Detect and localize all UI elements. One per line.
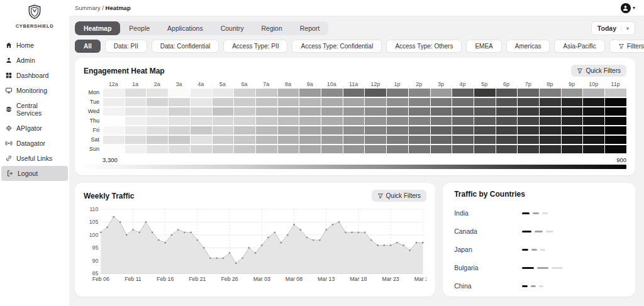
sidebar-item-logout[interactable]: Logout: [1, 166, 68, 181]
heatmap-cell[interactable]: [518, 136, 539, 144]
heatmap-cell[interactable]: [605, 117, 626, 125]
heatmap-cell[interactable]: [191, 126, 212, 134]
heatmap-cell[interactable]: [256, 107, 277, 116]
heatmap-cell[interactable]: [540, 89, 561, 97]
heatmap-cell[interactable]: [562, 136, 583, 144]
heatmap-cell[interactable]: [562, 117, 583, 125]
heatmap-cell[interactable]: [299, 117, 321, 125]
heatmap-cell[interactable]: [103, 117, 125, 125]
heatmap-cell[interactable]: [103, 145, 125, 153]
heatmap-cell[interactable]: [540, 98, 561, 106]
heatmap-cell[interactable]: [169, 107, 190, 116]
heatmap-cell[interactable]: [125, 117, 147, 125]
sidebar-item-datagator[interactable]: Datagator: [0, 136, 69, 151]
heatmap-cell[interactable]: [605, 126, 626, 134]
heatmap-cell[interactable]: [452, 145, 474, 153]
heatmap-cell[interactable]: [103, 126, 125, 134]
heatmap-cell[interactable]: [256, 126, 277, 134]
heatmap-cell[interactable]: [583, 89, 604, 97]
heatmap-cell[interactable]: [365, 136, 386, 144]
heatmap-cell[interactable]: [518, 126, 539, 134]
heatmap-cell[interactable]: [169, 126, 190, 134]
heatmap-cell[interactable]: [147, 136, 168, 144]
heatmap-cell[interactable]: [256, 89, 277, 97]
filter-chip-access-type-pii[interactable]: Access Type: PII: [223, 40, 287, 53]
heatmap-cell[interactable]: [583, 126, 604, 134]
heatmap-cell[interactable]: [387, 145, 408, 153]
heatmap-cell[interactable]: [125, 89, 147, 97]
heatmap-cell[interactable]: [343, 126, 365, 134]
heatmap-cell[interactable]: [125, 136, 147, 144]
heatmap-cell[interactable]: [191, 107, 212, 116]
heatmap-cell[interactable]: [169, 117, 190, 125]
filter-chip-filters[interactable]: Filters: [609, 40, 644, 53]
heatmap-cell[interactable]: [496, 98, 518, 106]
heatmap-cell[interactable]: [562, 98, 583, 106]
heatmap-cell[interactable]: [583, 107, 604, 116]
heatmap-cell[interactable]: [496, 117, 518, 125]
filter-chip-americas[interactable]: Americas: [506, 40, 550, 53]
tab-report[interactable]: Report: [291, 21, 329, 35]
sidebar-item-monitoring[interactable]: Monitoring: [0, 83, 69, 98]
heatmap-cell[interactable]: [299, 89, 321, 97]
heatmap-cell[interactable]: [365, 117, 386, 125]
tab-heatmap[interactable]: Heatmap: [75, 21, 120, 35]
heatmap-cell[interactable]: [213, 117, 234, 125]
heatmap-cell[interactable]: [540, 107, 561, 116]
heatmap-cell[interactable]: [125, 107, 147, 116]
heatmap-cell[interactable]: [605, 98, 626, 106]
heatmap-cell[interactable]: [452, 117, 474, 125]
heatmap-cell[interactable]: [452, 107, 474, 116]
heatmap-cell[interactable]: [583, 145, 604, 153]
heatmap-cell[interactable]: [431, 136, 452, 144]
heatmap-cell[interactable]: [234, 136, 255, 144]
heatmap-cell[interactable]: [583, 98, 604, 106]
heatmap-cell[interactable]: [103, 107, 125, 116]
heatmap-cell[interactable]: [518, 117, 539, 125]
filter-chip-data-pii[interactable]: Data: PII: [105, 40, 147, 53]
heatmap-cell[interactable]: [562, 89, 583, 97]
heatmap-cell[interactable]: [452, 98, 474, 106]
heatmap-cell[interactable]: [213, 89, 234, 97]
sidebar-item-dashboard[interactable]: Dashboard: [0, 68, 69, 83]
heatmap-cell[interactable]: [103, 136, 125, 144]
heatmap-cell[interactable]: [343, 117, 365, 125]
heatmap-cell[interactable]: [343, 145, 365, 153]
heatmap-cell[interactable]: [474, 98, 496, 106]
tab-applications[interactable]: Applications: [158, 21, 212, 35]
heatmap-cell[interactable]: [169, 145, 190, 153]
heatmap-cell[interactable]: [256, 136, 277, 144]
heatmap-cell[interactable]: [256, 98, 277, 106]
heatmap-cell[interactable]: [213, 98, 234, 106]
filter-chip-emea[interactable]: EMEA: [466, 40, 501, 53]
heatmap-cell[interactable]: [169, 89, 190, 97]
heatmap-cell[interactable]: [191, 98, 212, 106]
heatmap-cell[interactable]: [452, 136, 474, 144]
heatmap-cell[interactable]: [562, 107, 583, 116]
heatmap-cell[interactable]: [540, 136, 561, 144]
heatmap-cell[interactable]: [605, 145, 626, 153]
heatmap-cell[interactable]: [343, 136, 365, 144]
sidebar-item-apigator[interactable]: APIgator: [0, 121, 69, 136]
heatmap-cell[interactable]: [605, 89, 626, 97]
heatmap-cell[interactable]: [474, 136, 496, 144]
heatmap-cell[interactable]: [474, 145, 496, 153]
sidebar-item-central-services[interactable]: Central Services: [0, 98, 69, 121]
heatmap-cell[interactable]: [343, 107, 365, 116]
heatmap-cell[interactable]: [213, 126, 234, 134]
heatmap-cell[interactable]: [278, 126, 299, 134]
heatmap-cell[interactable]: [256, 145, 277, 153]
heatmap-cell[interactable]: [387, 98, 408, 106]
tab-region[interactable]: Region: [252, 21, 291, 35]
heatmap-cell[interactable]: [365, 98, 386, 106]
heatmap-cell[interactable]: [213, 107, 234, 116]
heatmap-cell[interactable]: [191, 89, 212, 97]
heatmap-cell[interactable]: [496, 107, 518, 116]
heatmap-cell[interactable]: [583, 136, 604, 144]
heatmap-cell[interactable]: [213, 145, 234, 153]
heatmap-cell[interactable]: [387, 89, 408, 97]
sidebar-item-admin[interactable]: Admin: [0, 53, 69, 68]
heatmap-cell[interactable]: [409, 126, 430, 134]
heatmap-cell[interactable]: [387, 107, 408, 116]
date-range-button[interactable]: Today ▾: [591, 21, 635, 35]
